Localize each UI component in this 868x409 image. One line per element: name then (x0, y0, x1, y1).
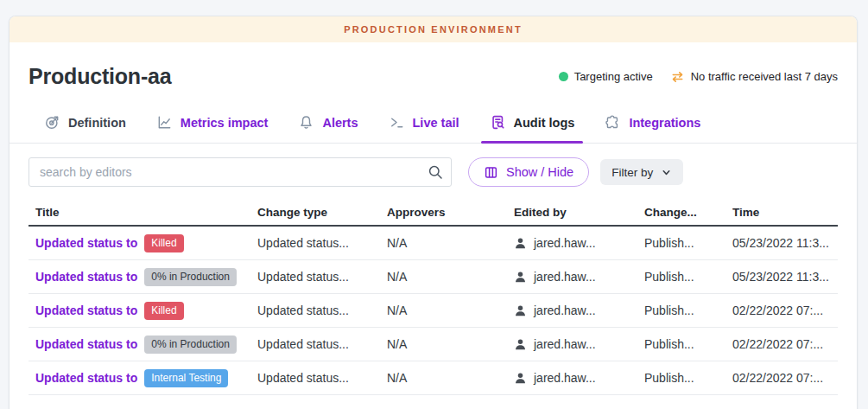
traffic-status: No traffic received last 7 days (670, 70, 838, 84)
tab-label: Live tail (413, 116, 459, 130)
tab-label: Audit logs (514, 116, 575, 130)
time-cell: 05/23/2022 11:3... (732, 236, 838, 250)
column-header-time: Time (732, 206, 838, 219)
filter-by-label: Filter by (611, 166, 653, 179)
time-cell: 02/22/2022 07:... (732, 304, 838, 317)
tab-label: Metrics impact (181, 116, 269, 130)
edited-by-cell: jared.haw... (514, 270, 644, 284)
column-header-title: Title (29, 206, 257, 219)
change-type-cell: Updated status... (257, 371, 387, 385)
banner-label: PRODUCTION ENVIRONMENT (344, 24, 523, 35)
time-cell: 05/23/2022 11:3... (732, 270, 838, 284)
tab-bar: Definition Metrics impact Alerts (10, 112, 857, 144)
table-row: Updated status to Killed Updated status.… (29, 227, 838, 260)
targeting-status: Targeting active (559, 70, 653, 83)
person-icon (514, 338, 527, 351)
puzzle-icon (605, 114, 621, 131)
edited-by-cell: jared.haw... (514, 236, 644, 250)
edited-by-cell: jared.haw... (514, 371, 644, 385)
line-chart-icon (156, 114, 173, 131)
table-row: Updated status to 0% in Production Updat… (29, 328, 838, 361)
filter-by-button[interactable]: Filter by (600, 159, 683, 185)
change-cell: Publish... (644, 304, 732, 317)
editor-name: jared.haw... (534, 270, 596, 284)
column-header-change: Change... (644, 206, 732, 219)
tab-label: Definition (68, 116, 126, 130)
editor-name: jared.haw... (534, 371, 596, 385)
green-dot-icon (559, 72, 568, 81)
row-title-link[interactable]: Updated status to (35, 304, 137, 317)
status-badge: 0% in Production (144, 268, 237, 286)
table-row: Updated status to 0% in Production Updat… (29, 260, 838, 294)
tab-live-tail[interactable]: Live tail (380, 112, 468, 143)
table-row: Updated status to Killed Updated status.… (29, 294, 838, 328)
terminal-icon (389, 114, 405, 131)
person-icon (514, 372, 527, 385)
audit-logs-table: Title Change type Approvers Edited by Ch… (29, 199, 838, 395)
table-row: Updated status to Internal Testing Updat… (29, 361, 838, 395)
row-title-link[interactable]: Updated status to (35, 270, 137, 284)
tab-definition[interactable]: Definition (35, 112, 135, 143)
status-badge: Killed (144, 234, 183, 252)
change-type-cell: Updated status... (257, 337, 387, 351)
change-cell: Publish... (644, 270, 732, 284)
targeting-status-label: Targeting active (574, 70, 653, 83)
tab-label: Alerts (322, 116, 358, 130)
traffic-status-label: No traffic received last 7 days (691, 70, 838, 83)
tab-label: Integrations (629, 116, 700, 130)
time-cell: 02/22/2022 07:... (732, 371, 838, 385)
status-badge: 0% in Production (144, 336, 237, 354)
status-indicators: Targeting active No traffic received las… (559, 70, 838, 84)
page-title: Production-aa (29, 64, 171, 89)
column-header-edited-by: Edited by (514, 206, 644, 219)
row-title-link[interactable]: Updated status to (35, 371, 137, 385)
editor-name: jared.haw... (534, 236, 596, 250)
production-environment-banner: PRODUCTION ENVIRONMENT (10, 16, 857, 42)
status-badge: Internal Testing (144, 369, 228, 387)
environment-card: PRODUCTION ENVIRONMENT Production-aa Tar… (9, 16, 858, 409)
edited-by-cell: jared.haw... (514, 304, 644, 317)
approvers-cell: N/A (387, 270, 514, 284)
edited-by-cell: jared.haw... (514, 337, 644, 351)
approvers-cell: N/A (387, 337, 514, 351)
row-title-link[interactable]: Updated status to (35, 337, 137, 351)
status-badge: Killed (144, 302, 183, 320)
time-cell: 02/22/2022 07:... (732, 337, 838, 351)
approvers-cell: N/A (387, 304, 514, 317)
table-header-row: Title Change type Approvers Edited by Ch… (29, 199, 838, 227)
person-icon (514, 237, 527, 250)
toolbar: Show / Hide Filter by (29, 157, 838, 187)
change-cell: Publish... (644, 337, 732, 351)
bell-icon (298, 114, 314, 131)
columns-icon (484, 165, 498, 180)
column-header-approvers: Approvers (387, 206, 514, 219)
show-hide-label: Show / Hide (506, 165, 573, 179)
show-hide-button[interactable]: Show / Hide (468, 157, 589, 187)
tab-alerts[interactable]: Alerts (289, 112, 366, 143)
row-title-link[interactable]: Updated status to (35, 236, 137, 250)
tab-integrations[interactable]: Integrations (596, 112, 709, 143)
change-type-cell: Updated status... (257, 236, 387, 250)
person-icon (514, 304, 527, 317)
column-header-change-type: Change type (257, 206, 387, 219)
change-type-cell: Updated status... (257, 270, 387, 284)
editor-name: jared.haw... (534, 337, 596, 351)
approvers-cell: N/A (387, 371, 514, 385)
change-cell: Publish... (644, 236, 732, 250)
chevron-down-icon (661, 167, 672, 178)
editor-name: jared.haw... (534, 304, 596, 317)
document-search-icon (490, 114, 506, 131)
approvers-cell: N/A (387, 236, 514, 250)
target-icon (44, 114, 60, 131)
traffic-arrows-icon (670, 70, 685, 84)
search-input[interactable] (29, 157, 452, 187)
search-wrapper (29, 157, 452, 187)
change-cell: Publish... (644, 371, 732, 385)
tab-metrics-impact[interactable]: Metrics impact (148, 112, 277, 143)
tab-audit-logs[interactable]: Audit logs (481, 112, 584, 143)
person-icon (514, 271, 527, 284)
change-type-cell: Updated status... (257, 304, 387, 317)
